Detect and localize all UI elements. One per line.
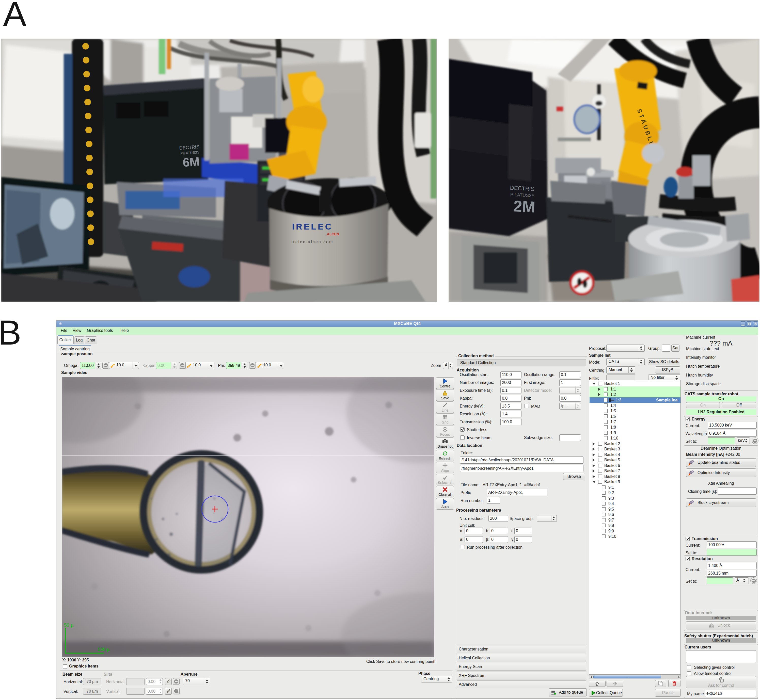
- svg-text:100 µ: 100 µ: [97, 647, 110, 652]
- svg-text:2M: 2M: [513, 197, 536, 216]
- svg-text:ALCEN: ALCEN: [327, 232, 339, 236]
- svg-text:irelec-alcen.com: irelec-alcen.com: [291, 240, 333, 244]
- svg-text:6M: 6M: [182, 155, 200, 169]
- svg-text:DECTRIS: DECTRIS: [510, 184, 535, 192]
- svg-text:IRELEC: IRELEC: [292, 222, 333, 231]
- svg-text:50 µ: 50 µ: [64, 622, 74, 628]
